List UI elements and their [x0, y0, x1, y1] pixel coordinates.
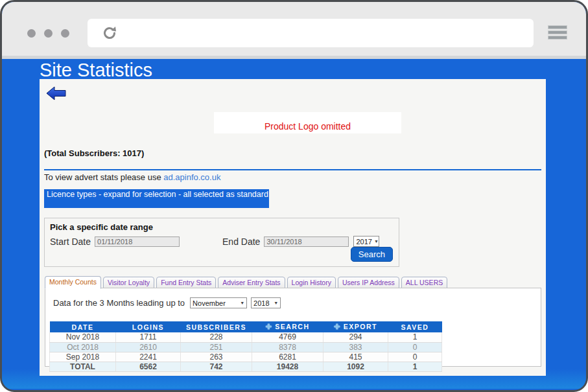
total-subscribers: (Total Subscribers: 1017) — [44, 148, 144, 158]
plus-icon[interactable]: ✚ — [334, 323, 341, 330]
page-background: Site Statistics Product Logo omitted (To… — [2, 59, 586, 389]
address-bar[interactable] — [88, 19, 534, 47]
chevron-down-icon: ▼ — [274, 301, 278, 305]
year-select[interactable]: 2017 ▼ — [353, 236, 379, 247]
licence-types-banner[interactable]: Licence types - expand for selection - a… — [44, 189, 269, 208]
months-leading-label: Data for the 3 Months leading up to — [53, 298, 185, 308]
advert-text: To view advert stats please use — [44, 172, 163, 182]
col-header-subscribers: SUBSCRIBERS — [181, 321, 252, 332]
table-row: Sep 2018 2241 263 6281 415 0 — [50, 352, 442, 362]
tab-login-history[interactable]: Login History — [287, 277, 336, 288]
window-dot-icon — [61, 29, 69, 38]
chevron-down-icon: ▼ — [374, 239, 379, 244]
content-area: Product Logo omitted (Total Subscribers:… — [40, 79, 546, 376]
advert-link[interactable]: ad.apinfo.co.uk — [163, 172, 220, 182]
date-range-row: Start Date End Date 2017 ▼ — [50, 236, 394, 247]
menu-icon[interactable] — [548, 25, 567, 41]
panel-year-select[interactable]: 2018 ▼ — [251, 297, 281, 308]
end-date-label: End Date — [222, 236, 260, 247]
window-dot-icon — [27, 29, 36, 38]
table-row: Nov 2018 1711 228 4769 294 1 — [50, 332, 442, 342]
tab-fund-entry-stats[interactable]: Fund Entry Stats — [156, 277, 216, 288]
chevron-down-icon: ▼ — [240, 301, 244, 305]
table-total-row: TOTAL 6562 742 19428 1092 1 — [50, 362, 442, 371]
table-row: Oct 2018 2610 251 8378 383 0 — [50, 342, 442, 352]
section-divider — [44, 169, 541, 170]
refresh-icon[interactable] — [102, 25, 117, 41]
tab-visitor-loyalty[interactable]: Visitor Loyalty — [103, 277, 154, 288]
browser-toolbar — [2, 2, 586, 59]
col-header-date: DATE — [50, 321, 116, 332]
plus-icon[interactable]: ✚ — [265, 323, 272, 330]
start-date-input[interactable] — [95, 236, 180, 247]
col-header-saved: SAVED — [388, 321, 442, 332]
back-arrow-icon[interactable] — [46, 86, 67, 100]
monthly-counts-panel: Data for the 3 Months leading up to Nove… — [45, 288, 541, 367]
panel-intro-row: Data for the 3 Months leading up to Nove… — [53, 297, 281, 308]
page-title: Site Statistics — [40, 60, 152, 81]
browser-window: Site Statistics Product Logo omitted (To… — [0, 0, 588, 392]
month-select[interactable]: November ▼ — [190, 297, 247, 308]
tab-all-users[interactable]: ALL USERS — [401, 277, 447, 288]
col-header-search[interactable]: ✚SEARCH — [252, 321, 323, 332]
tab-users-ip-address[interactable]: Users IP Address — [338, 277, 399, 288]
col-header-export[interactable]: ✚EXPORT — [323, 321, 388, 332]
advert-stats-note: To view advert stats please use ad.apinf… — [44, 172, 220, 182]
search-button[interactable]: Search — [351, 247, 393, 262]
product-logo-placeholder: Product Logo omitted — [214, 112, 401, 133]
date-range-legend: Pick a specific date range — [50, 222, 394, 232]
date-range-box: Pick a specific date range Start Date En… — [44, 218, 399, 267]
start-date-label: Start Date — [50, 236, 91, 247]
stats-tabs: Monthly Counts Visitor Loyalty Fund Entr… — [45, 276, 449, 288]
monthly-counts-table: DATE LOGINS SUBSCRIBERS ✚SEARCH ✚EXPORT … — [49, 321, 442, 372]
tab-adviser-entry-stats[interactable]: Adviser Entry Stats — [218, 277, 285, 288]
table-header-row: DATE LOGINS SUBSCRIBERS ✚SEARCH ✚EXPORT … — [50, 321, 442, 332]
logo-omitted-text: Product Logo omitted — [265, 121, 351, 132]
window-dot-icon — [44, 29, 53, 38]
end-date-input[interactable] — [264, 236, 349, 247]
col-header-logins: LOGINS — [116, 321, 181, 332]
tab-monthly-counts[interactable]: Monthly Counts — [45, 276, 101, 289]
